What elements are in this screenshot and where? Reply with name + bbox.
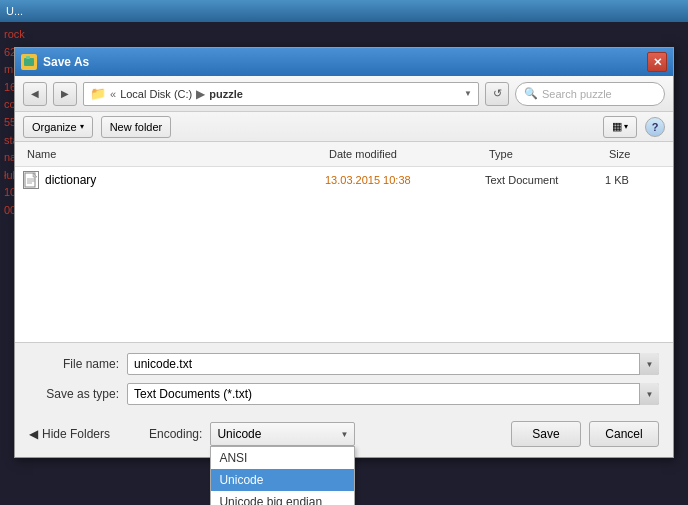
dialog-toolbar: ◀ ▶ 📁 « Local Disk (C:) ▶ puzzle ▼ ↺ 🔍 S… [15, 76, 673, 112]
path-folder-icon: 📁 [90, 86, 106, 101]
dialog-buttons: ◀ Hide Folders Encoding: Unicode ▼ ANSI … [15, 415, 673, 457]
forward-button[interactable]: ▶ [53, 82, 77, 106]
hide-folders-label: Hide Folders [42, 427, 110, 441]
path-bar[interactable]: 📁 « Local Disk (C:) ▶ puzzle ▼ [83, 82, 479, 106]
new-folder-label: New folder [110, 121, 163, 133]
encoding-option-ansi[interactable]: ANSI [211, 447, 354, 469]
savetype-label: Save as type: [29, 387, 119, 401]
encoding-option-unicode-big[interactable]: Unicode big endian [211, 491, 354, 505]
file-list-area: Name Date modified Type Size [15, 142, 673, 342]
col-date: Date modified [325, 146, 485, 162]
encoding-dropdown: ANSI Unicode Unicode big endian UTF-8 [210, 446, 355, 505]
save-as-dialog: Save As ✕ ◀ ▶ 📁 « Local Disk (C:) ▶ puzz… [14, 47, 674, 458]
svg-rect-1 [26, 56, 30, 59]
filename-row: File name: ▼ [29, 353, 659, 375]
encoding-option-unicode[interactable]: Unicode [211, 469, 354, 491]
back-button[interactable]: ◀ [23, 82, 47, 106]
path-segment-1: Local Disk (C:) [120, 88, 192, 100]
savetype-select-wrapper: ▼ [127, 383, 659, 405]
path-back-icon: « [110, 88, 116, 100]
dialog-form: File name: ▼ Save as type: ▼ [15, 342, 673, 415]
cancel-button[interactable]: Cancel [589, 421, 659, 447]
file-date: 13.03.2015 10:38 [325, 174, 485, 186]
views-button[interactable]: ▦ ▾ [603, 116, 637, 138]
filename-input[interactable] [127, 353, 659, 375]
col-name: Name [23, 146, 325, 162]
savetype-row: Save as type: ▼ [29, 383, 659, 405]
encoding-select-wrapper: Unicode ▼ ANSI Unicode Unicode big endia… [210, 422, 355, 446]
encoding-label: Encoding: [149, 427, 202, 441]
path-dropdown-arrow: ▼ [464, 89, 472, 98]
encoding-area: Encoding: Unicode ▼ ANSI Unicode Unicode… [149, 422, 355, 446]
views-icon: ▦ [612, 120, 622, 133]
file-size: 1 KB [605, 174, 665, 186]
organize-label: Organize [32, 121, 77, 133]
dialog-app-icon [21, 54, 37, 70]
hide-folders-icon: ◀ [29, 427, 38, 441]
search-box[interactable]: 🔍 Search puzzle [515, 82, 665, 106]
svg-rect-0 [24, 58, 34, 66]
dialog-title-area: Save As [21, 54, 89, 70]
views-dropdown-arrow: ▾ [624, 122, 628, 131]
help-button[interactable]: ? [645, 117, 665, 137]
encoding-dropdown-arrow-icon: ▼ [340, 430, 348, 439]
dialog-titlebar: Save As ✕ [15, 48, 673, 76]
encoding-selected-value: Unicode [217, 427, 336, 441]
file-doc-icon [23, 171, 39, 189]
file-table-header: Name Date modified Type Size [15, 142, 673, 167]
table-row[interactable]: dictionary 13.03.2015 10:38 Text Documen… [15, 167, 673, 193]
search-icon: 🔍 [524, 87, 538, 100]
file-type: Text Document [485, 174, 605, 186]
savetype-input[interactable] [127, 383, 659, 405]
filename-input-wrapper: ▼ [127, 353, 659, 375]
organize-button[interactable]: Organize ▾ [23, 116, 93, 138]
file-table: Name Date modified Type Size [15, 142, 673, 342]
path-segment-2: puzzle [209, 88, 243, 100]
filename-label: File name: [29, 357, 119, 371]
save-button[interactable]: Save [511, 421, 581, 447]
dialog-overlay: Save As ✕ ◀ ▶ 📁 « Local Disk (C:) ▶ puzz… [0, 0, 688, 505]
refresh-button[interactable]: ↺ [485, 82, 509, 106]
views-button-area: ▦ ▾ [603, 116, 637, 138]
file-name: dictionary [45, 173, 96, 187]
new-folder-button[interactable]: New folder [101, 116, 172, 138]
organize-arrow-icon: ▾ [80, 122, 84, 131]
hide-folders-button[interactable]: ◀ Hide Folders [29, 427, 110, 441]
path-separator: ▶ [196, 87, 205, 101]
action-bar: Organize ▾ New folder ▦ ▾ ? [15, 112, 673, 142]
col-type: Type [485, 146, 605, 162]
close-button[interactable]: ✕ [647, 52, 667, 72]
col-size: Size [605, 146, 665, 162]
dialog-title: Save As [43, 55, 89, 69]
search-placeholder-text: Search puzzle [542, 88, 612, 100]
encoding-select-button[interactable]: Unicode ▼ [210, 422, 355, 446]
file-name-cell: dictionary [23, 171, 325, 189]
